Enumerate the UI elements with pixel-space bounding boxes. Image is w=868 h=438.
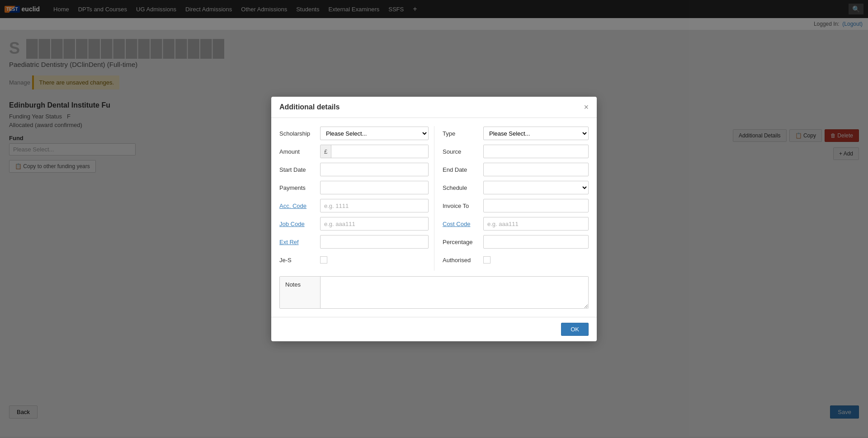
payments-input[interactable]: [320, 181, 429, 194]
modal-header: Additional details ×: [271, 97, 597, 118]
invoice-to-label: Invoice To: [443, 203, 483, 209]
modal-body: Scholarship Please Select... Amount £: [271, 118, 597, 317]
acc-code-input[interactable]: [320, 199, 429, 212]
authorised-checkbox[interactable]: [483, 256, 491, 264]
scholarship-label: Scholarship: [279, 130, 320, 137]
amount-input-group: £: [320, 145, 429, 158]
cost-code-label[interactable]: Cost Code: [443, 221, 483, 227]
ext-ref-input[interactable]: [320, 235, 429, 249]
job-code-input[interactable]: [320, 217, 429, 231]
jes-checkbox[interactable]: [320, 256, 327, 264]
source-label: Source: [443, 148, 483, 155]
end-date-input[interactable]: [483, 163, 589, 176]
jes-label: Je-S: [279, 257, 320, 264]
modal-footer: OK: [271, 317, 597, 341]
additional-details-modal: Additional details × Scholarship Please …: [271, 97, 597, 341]
percentage-row: Percentage: [443, 235, 589, 249]
percentage-label: Percentage: [443, 239, 483, 245]
invoice-to-row: Invoice To: [443, 198, 589, 213]
source-input[interactable]: [483, 145, 589, 158]
authorised-label: Authorised: [443, 257, 483, 264]
modal-overlay: Additional details × Scholarship Please …: [0, 0, 868, 438]
type-select[interactable]: Please Select...: [483, 127, 589, 140]
ext-ref-row: Ext Ref: [279, 235, 429, 249]
amount-row: Amount £: [279, 144, 429, 159]
invoice-to-input[interactable]: [483, 199, 589, 212]
start-date-input[interactable]: [320, 163, 429, 176]
scholarship-row: Scholarship Please Select...: [279, 126, 429, 141]
amount-label: Amount: [279, 148, 320, 155]
modal-title: Additional details: [279, 103, 340, 111]
cost-code-input[interactable]: [483, 217, 589, 231]
acc-code-label[interactable]: Acc. Code: [279, 203, 320, 209]
payments-row: Payments: [279, 180, 429, 195]
job-code-label[interactable]: Job Code: [279, 221, 320, 227]
end-date-row: End Date: [443, 162, 589, 177]
type-label: Type: [443, 130, 483, 137]
scholarship-select[interactable]: Please Select...: [320, 127, 429, 140]
authorised-row: Authorised: [443, 253, 589, 267]
schedule-label: Schedule: [443, 184, 483, 191]
notes-label: Notes: [280, 277, 321, 308]
schedule-row: Schedule: [443, 180, 589, 195]
form-grid: Scholarship Please Select... Amount £: [279, 126, 589, 271]
start-date-label: Start Date: [279, 166, 320, 173]
type-row: Type Please Select...: [443, 126, 589, 141]
end-date-label: End Date: [443, 166, 483, 173]
acc-code-row: Acc. Code: [279, 198, 429, 213]
notes-textarea[interactable]: [321, 277, 588, 308]
schedule-select[interactable]: [483, 181, 589, 194]
modal-close-button[interactable]: ×: [584, 103, 589, 111]
form-right-section: Type Please Select... Source End Date: [434, 126, 589, 271]
ext-ref-label[interactable]: Ext Ref: [279, 239, 320, 245]
cost-code-row: Cost Code: [443, 217, 589, 231]
percentage-input[interactable]: [483, 235, 589, 249]
amount-prefix: £: [321, 145, 331, 158]
source-row: Source: [443, 144, 589, 159]
job-code-row: Job Code: [279, 217, 429, 231]
jes-row: Je-S: [279, 253, 429, 267]
ok-button[interactable]: OK: [561, 323, 589, 336]
amount-input[interactable]: [331, 145, 428, 158]
payments-label: Payments: [279, 184, 320, 191]
start-date-row: Start Date: [279, 162, 429, 177]
notes-section: Notes: [279, 276, 589, 309]
form-left-section: Scholarship Please Select... Amount £: [279, 126, 434, 271]
